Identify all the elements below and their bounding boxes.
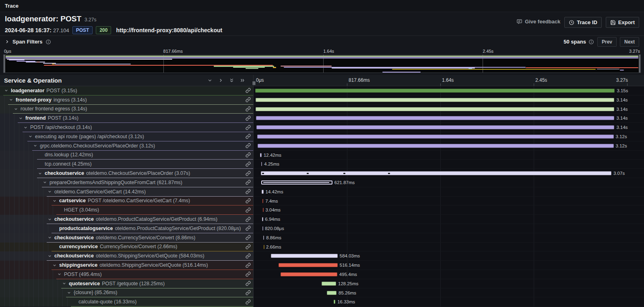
span-link-icon[interactable] (243, 141, 253, 151)
span-bar[interactable] (327, 291, 336, 295)
span-timeline-row[interactable]: 820.08μs (254, 224, 644, 233)
span-timeline-row[interactable]: 621.87ms (254, 178, 644, 187)
chevron-down-icon[interactable] (23, 125, 28, 130)
span-timeline-row[interactable]: 85.26ms (254, 288, 644, 298)
span-timeline-row[interactable]: 128.25ms (254, 279, 644, 288)
next-span-button[interactable]: Next (620, 37, 639, 47)
span-link-icon[interactable] (243, 169, 253, 178)
span-link-icon[interactable] (243, 95, 253, 105)
span-timeline-row[interactable]: 3.04ms (254, 205, 644, 215)
span-bar[interactable] (255, 89, 615, 93)
span-timeline-row[interactable]: 16.33ms (254, 297, 644, 307)
span-link-icon[interactable] (243, 151, 253, 160)
chevron-down-icon[interactable] (3, 88, 9, 93)
span-link-icon[interactable] (243, 160, 253, 169)
give-feedback-link[interactable]: Give feedback (516, 17, 560, 25)
info-icon[interactable] (45, 39, 51, 45)
span-timeline-row[interactable]: 3.15s (254, 86, 644, 95)
span-row[interactable]: POST /api/checkout (3.14s) (0, 123, 253, 132)
span-row[interactable]: frontend-proxyingress (3.14s) (0, 95, 253, 105)
chevron-down-icon[interactable] (52, 263, 57, 268)
span-row[interactable]: calculate-quote (16.33ms) (0, 297, 253, 307)
chevron-down-icon[interactable] (8, 97, 14, 102)
span-row[interactable]: currencyserviceCurrencyService/Convert (… (0, 243, 253, 252)
span-row[interactable]: checkoutserviceoteldemo.CurrencyService/… (0, 233, 253, 243)
span-bar[interactable] (281, 272, 337, 276)
span-timeline-row[interactable]: 3.14s (254, 123, 644, 132)
span-link-icon[interactable] (243, 205, 253, 215)
span-timeline-row[interactable]: 3.14s (254, 95, 644, 105)
span-link-icon[interactable] (243, 178, 253, 187)
span-timeline-row[interactable]: 3.12s (254, 141, 644, 151)
span-bar[interactable] (258, 144, 614, 148)
minimap-left-handle[interactable] (4, 55, 5, 73)
span-timeline-row[interactable]: 3.12s (254, 132, 644, 141)
span-row[interactable]: checkoutserviceoteldemo.ShippingService/… (0, 251, 253, 261)
span-timeline-row[interactable]: 8.86ms (254, 233, 644, 243)
span-link-icon[interactable] (243, 297, 253, 307)
span-row[interactable]: executing api route (pages) /api/checkou… (0, 132, 253, 141)
span-timeline-row[interactable]: 495.4ms (254, 270, 644, 279)
span-row[interactable]: cartservicePOST /oteldemo.CartService/Ge… (0, 197, 253, 206)
span-row[interactable]: productcatalogserviceoteldemo.ProductCat… (0, 224, 253, 233)
span-bar[interactable] (261, 171, 611, 175)
span-row[interactable]: {closure} (85.26ms) (0, 288, 253, 298)
span-bar[interactable] (257, 135, 613, 139)
chevron-down-icon[interactable] (47, 217, 52, 222)
chevron-down-icon[interactable] (52, 199, 57, 203)
span-bar[interactable] (271, 254, 338, 258)
span-row[interactable]: grpc.oteldemo.CheckoutService/PlaceOrder… (0, 141, 253, 151)
chevron-down-icon[interactable] (42, 180, 47, 185)
span-row[interactable]: router frontend egress (3.14s) (0, 105, 253, 114)
span-link-icon[interactable] (243, 224, 253, 233)
chevron-down-icon[interactable] (56, 272, 62, 276)
span-link-icon[interactable] (243, 197, 253, 206)
minimap-canvas[interactable] (3, 54, 641, 73)
span-row[interactable]: shippingserviceoteldemo.ShippingService/… (0, 261, 253, 270)
span-timeline-row[interactable]: 516.14ms (254, 261, 644, 270)
trace-id-button[interactable]: Trace ID (564, 17, 602, 28)
span-timeline-row[interactable]: 14.42ms (254, 187, 644, 197)
span-bar[interactable] (256, 107, 614, 111)
span-timeline-row[interactable]: 7.4ms (254, 197, 644, 206)
span-link-icon[interactable] (243, 279, 253, 288)
span-link-icon[interactable] (243, 288, 253, 298)
span-link-icon[interactable] (243, 215, 253, 224)
span-bar[interactable] (261, 180, 332, 185)
span-row[interactable]: checkoutserviceoteldemo.CheckoutService/… (0, 169, 253, 178)
chevron-down-icon[interactable] (61, 281, 67, 286)
chevron-down-icon[interactable] (37, 171, 43, 176)
expand-all-icon[interactable] (240, 78, 245, 83)
span-row[interactable]: checkoutserviceoteldemo.ProductCatalogSe… (0, 215, 253, 224)
export-button[interactable]: Export (606, 17, 639, 28)
span-timeline-row[interactable]: 4.25ms (254, 160, 644, 169)
span-bar[interactable] (279, 263, 338, 267)
span-timeline-row[interactable]: 12.42ms (254, 151, 644, 160)
span-timeline-row[interactable]: 3.14s (254, 114, 644, 123)
span-row[interactable]: HGET (3.04ms) (0, 205, 253, 215)
info-icon[interactable] (588, 39, 594, 45)
span-bar[interactable] (256, 98, 615, 102)
chevron-down-icon[interactable] (47, 235, 52, 240)
prev-span-button[interactable]: Prev (597, 37, 617, 47)
span-link-icon[interactable] (243, 261, 253, 270)
span-row[interactable]: dns.lookup (12.42ms) (0, 151, 253, 160)
span-row[interactable]: quoteservicePOST /getquote (128.25ms) (0, 279, 253, 288)
span-bar[interactable] (322, 282, 336, 286)
chevron-down-icon[interactable] (66, 290, 72, 295)
span-link-icon[interactable] (243, 243, 253, 252)
span-timeline-row[interactable]: 2.66ms (254, 243, 644, 252)
expand-one-icon[interactable] (218, 78, 223, 83)
span-link-icon[interactable] (243, 114, 253, 123)
span-timeline-row[interactable]: 6.94ms (254, 215, 644, 224)
span-link-icon[interactable] (243, 123, 253, 132)
minimap-right-handle[interactable] (639, 55, 640, 73)
span-bar[interactable] (256, 116, 614, 120)
chevron-down-icon[interactable] (47, 189, 52, 194)
span-timeline-row[interactable]: 3.07s (254, 169, 644, 178)
span-link-icon[interactable] (243, 132, 253, 141)
collapse-one-icon[interactable] (207, 78, 213, 83)
collapse-all-icon[interactable] (229, 78, 234, 83)
chevron-down-icon[interactable] (18, 116, 23, 120)
chevron-down-icon[interactable] (32, 143, 38, 148)
